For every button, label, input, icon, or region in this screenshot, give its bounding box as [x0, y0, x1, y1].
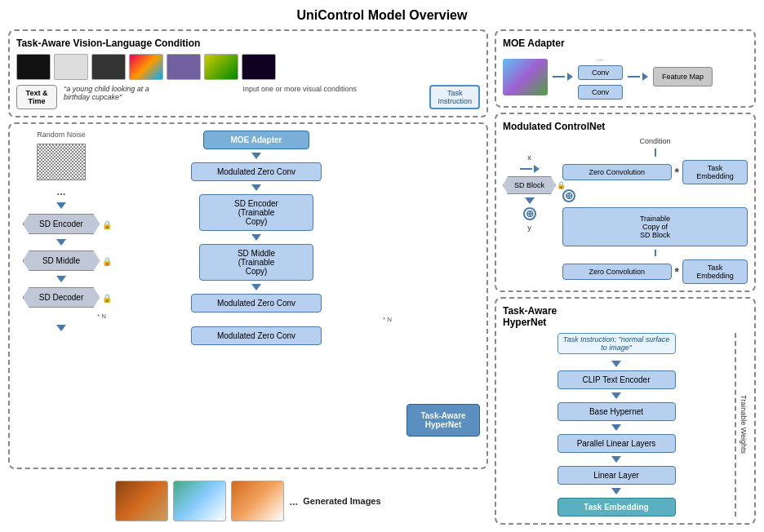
sd-decoder-block: SD Decoder — [23, 287, 100, 308]
hn-arrow-5 — [611, 488, 621, 494]
thumb-5 — [167, 54, 201, 80]
n-label-1: * N — [97, 313, 106, 320]
task-emb-1: Task Embedding — [682, 160, 748, 184]
mod-zero-conv-1: Modulated Zero Conv — [191, 162, 322, 181]
thumb-1 — [16, 54, 51, 80]
n-label-2: * N — [383, 316, 392, 323]
arrow-down-3 — [56, 276, 66, 282]
conv-box-1: Conv — [578, 65, 623, 80]
page-title: UniControl Model Overview — [8, 8, 756, 23]
thumb-6 — [204, 54, 238, 80]
input-condition-text: Input one or more visual conditions — [176, 85, 423, 93]
moe-adapter-title: MOE Adapter — [503, 38, 748, 49]
conv-stack: ... Conv Conv — [578, 54, 623, 100]
random-noise-box — [37, 144, 86, 180]
middle-line — [655, 250, 656, 256]
moe-arrow-2 — [628, 73, 648, 81]
sd-middle-wrapper: SD Middle 🔒 — [23, 250, 100, 271]
mod-zero-conv-3: Modulated Zero Conv — [191, 326, 322, 345]
feature-map-box: Feature Map — [653, 67, 713, 86]
y-label: y — [527, 224, 531, 232]
conv-box-2: Conv — [578, 85, 623, 100]
cond-line — [655, 149, 656, 157]
sd-blocks-col: Random Noise ... SD Encoder 🔒 SD Middle … — [16, 131, 106, 461]
task-aware-col: Task-Aware HyperNet — [406, 131, 480, 461]
hypernet-inner: Task Instruction: "normal surface to ima… — [503, 333, 748, 516]
arrow-down-7 — [251, 234, 261, 241]
arrow-down-5 — [251, 153, 261, 159]
cn-row-1: Zero Convolution * Task Embedding — [562, 160, 748, 184]
sd-block-small-wrapper: SD Block 🔒 — [503, 176, 556, 194]
arrow-down-cn — [525, 197, 535, 204]
moe-adapter-center: MOE Adapter — [203, 131, 309, 149]
hn-arrow-2 — [611, 392, 621, 399]
task-instruction-box: Task Instruction — [429, 85, 480, 109]
cn-row-2: Zero Convolution * Task Embedding — [562, 259, 748, 284]
sd-middle-lock: 🔒 — [102, 256, 112, 265]
generated-images-row: ... Generated Images — [115, 481, 380, 521]
thumb-7 — [242, 54, 276, 80]
sd-encoder-block: SD Encoder — [23, 214, 100, 234]
gen-img-2 — [173, 481, 226, 521]
plus-row-top: ⊕ — [562, 189, 748, 202]
zero-conv-2: Zero Convolution — [562, 264, 672, 280]
linear-layer: Linear Layer — [557, 466, 676, 485]
generated-label: Generated Images — [303, 496, 380, 506]
plus-circle-bottom: ⊕ — [523, 207, 536, 220]
plus-circle-top: ⊕ — [562, 189, 575, 202]
arrow-down-2 — [56, 239, 66, 246]
generated-images-section: ... Generated Images — [8, 474, 488, 525]
vision-lang-panel: Task-Aware Vision-Language Condition Tex… — [8, 29, 488, 117]
moe-arrow-1 — [553, 73, 573, 81]
arrow-down-4 — [56, 325, 66, 331]
hypernet-blocks: Task Instruction: "normal surface to ima… — [503, 333, 730, 516]
hn-arrow-4 — [611, 456, 621, 463]
right-col: MOE Adapter ... Conv Conv Feature Map — [495, 29, 756, 525]
trainable-weights-label: Trainable Weights — [735, 333, 748, 516]
gen-dots: ... — [289, 495, 298, 508]
sd-middle-block: SD Middle — [23, 250, 100, 271]
arrow-down-6 — [251, 184, 261, 191]
caption-text: "a young child looking at a birthday cup… — [64, 85, 170, 101]
model-panel: Random Noise ... SD Encoder 🔒 SD Middle … — [8, 122, 488, 469]
sd-decoder-wrapper: SD Decoder 🔒 — [23, 287, 100, 308]
multiply-1: * — [675, 166, 679, 179]
sd-middle-copy: SD Middle (Trainable Copy) — [199, 244, 313, 281]
controlnet-col: MOE Adapter Modulated Zero Conv SD Encod… — [113, 131, 400, 461]
multiply-2: * — [675, 265, 679, 278]
condition-label: Condition — [562, 137, 748, 145]
conv-dots: ... — [578, 54, 623, 62]
hypernet-panel: Task-Aware HyperNet Task Instruction: "n… — [495, 297, 756, 525]
task-embedding-output: Task Embedding — [557, 498, 676, 516]
clip-text-encoder: CLIP Text Encoder — [557, 370, 676, 389]
text-time-box: Text & Time — [16, 85, 57, 109]
arrow-down-1 — [56, 202, 66, 209]
noise-dots: ... — [57, 185, 66, 197]
sd-encoder-lock: 🔒 — [102, 219, 112, 228]
hn-arrow-3 — [611, 424, 621, 431]
gen-img-3 — [231, 481, 284, 521]
sd-decoder-lock: 🔒 — [102, 293, 112, 302]
cn-right: Condition Zero Convolution * Task Embedd… — [562, 137, 748, 284]
sd-encoder-wrapper: SD Encoder 🔒 — [23, 214, 100, 234]
arrow-down-8 — [251, 284, 261, 290]
hypernet-title: Task-Aware HyperNet — [503, 305, 748, 328]
x-arrow — [534, 165, 540, 173]
gen-img-1 — [115, 481, 168, 521]
thumb-4 — [129, 54, 163, 80]
hn-arrow-1 — [611, 361, 621, 367]
trainable-copy: Trainable Copy of SD Block — [562, 207, 748, 246]
mod-zero-conv-2: Modulated Zero Conv — [191, 294, 322, 313]
random-noise-label: Random Noise — [37, 131, 86, 139]
task-aware-hypernet: Task-Aware HyperNet — [406, 404, 480, 437]
sd-block-lock: 🔒 — [557, 181, 566, 189]
thumb-3 — [91, 54, 126, 80]
zero-conv-1: Zero Convolution — [562, 164, 672, 180]
moe-thumb-img — [503, 59, 548, 95]
x-label: x — [527, 153, 531, 162]
vision-bottom-row: Text & Time "a young child looking at a … — [16, 85, 480, 109]
parallel-linear: Parallel Linear Layers — [557, 434, 676, 453]
arrow-right-1 — [567, 73, 573, 81]
task-instruction-italic: Task Instruction: "normal surface to ima… — [557, 333, 676, 354]
controlnet-panel: Modulated ControlNet x SD Block 🔒 ⊕ y — [495, 113, 756, 292]
